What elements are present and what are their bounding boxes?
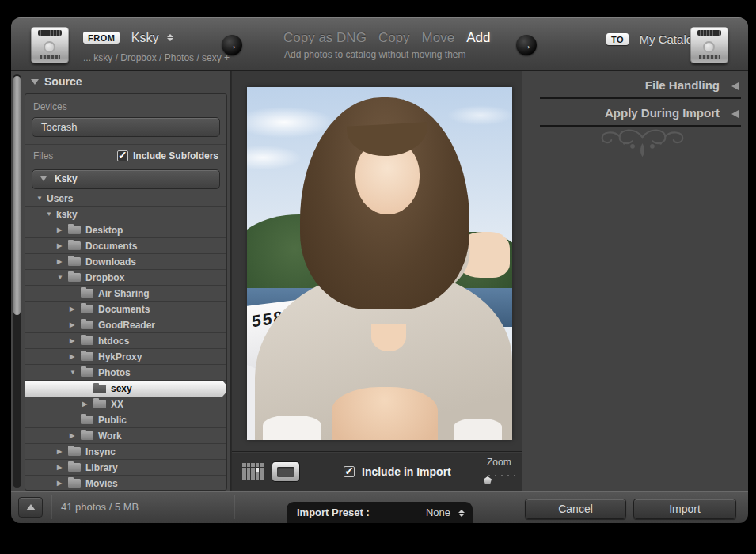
flow-arrow-left-icon: → [222, 35, 242, 55]
tree-item-photos[interactable]: ▼Photos [25, 365, 226, 381]
source-path-breadcrumb[interactable]: ... ksky / Dropbox / Photos / sexy + [83, 52, 230, 63]
flow-arrow-right-icon: → [516, 35, 537, 55]
tree-item-documents[interactable]: ▶Documents [25, 302, 226, 317]
tree-item-label: Photos [98, 365, 131, 381]
expander-icon[interactable]: ▼ [36, 191, 47, 207]
divider [51, 495, 51, 519]
checkbox-icon [117, 150, 128, 161]
flourish-ornament-icon [597, 123, 688, 160]
import-preset-dropdown[interactable]: None [426, 502, 450, 523]
loupe-view-button[interactable] [272, 462, 299, 481]
divider [234, 495, 234, 519]
expander-icon[interactable]: ▶ [57, 460, 67, 476]
cancel-button[interactable]: Cancel [525, 499, 626, 519]
tree-item-label: ksky [56, 207, 78, 222]
source-panel-title[interactable]: Source [24, 71, 230, 93]
include-subfolders-checkbox[interactable]: Include Subfolders [117, 150, 218, 161]
mode-move[interactable]: Move [422, 30, 455, 46]
volume-root-ksky[interactable]: Ksky [32, 169, 220, 189]
tree-item-documents[interactable]: ▶Documents [25, 238, 226, 254]
tree-item-label: Library [85, 460, 118, 476]
include-in-import-checkbox[interactable]: Include in Import [344, 465, 451, 478]
expander-icon[interactable]: ▶ [70, 317, 80, 333]
source-drive-icon [31, 27, 69, 63]
tree-item-public[interactable]: Public [25, 412, 226, 428]
tree-item-htdocs[interactable]: ▶htdocs [25, 333, 226, 349]
tree-item-xx[interactable]: ▶XX [25, 397, 226, 412]
tree-item-label: GoodReader [98, 317, 155, 333]
folder-icon [81, 431, 93, 440]
tree-item-users[interactable]: ▼Users [25, 191, 226, 207]
disclosure-triangle-icon [31, 79, 39, 85]
zoom-label: Zoom [487, 457, 511, 468]
mode-copy-as-dng[interactable]: Copy as DNG [283, 30, 367, 46]
import-preset-panel: Import Preset : None [287, 502, 473, 523]
expander-icon[interactable]: ▶ [70, 349, 80, 365]
mode-add[interactable]: Add [466, 30, 490, 46]
tree-item-movies[interactable]: ▶Movies [25, 476, 226, 490]
expander-icon[interactable]: ▶ [70, 333, 80, 349]
device-item-tocrash[interactable]: Tocrash [32, 117, 220, 137]
zoom-slider-thumb[interactable] [484, 476, 492, 484]
tree-item-label: HykProxy [98, 349, 142, 365]
expander-icon[interactable]: ▶ [57, 444, 67, 460]
section-apply-during-import[interactable]: Apply During Import [522, 106, 748, 123]
tree-item-hykproxy[interactable]: ▶HykProxy [25, 349, 226, 365]
folder-icon [81, 321, 93, 329]
photo-skirt [454, 419, 501, 440]
tree-item-label: sexy [111, 381, 132, 397]
tree-item-label: Downloads [85, 254, 136, 270]
import-preset-label: Import Preset : [297, 502, 370, 523]
tree-item-desktop[interactable]: ▶Desktop [25, 222, 226, 238]
expander-icon[interactable]: ▶ [70, 302, 80, 317]
import-button[interactable]: Import [633, 499, 736, 519]
expander-icon[interactable]: ▶ [70, 428, 80, 444]
left-scrollbar-track[interactable] [13, 74, 21, 488]
folder-icon [81, 368, 93, 377]
tree-item-library[interactable]: ▶Library [25, 460, 226, 476]
tree-item-dropbox[interactable]: ▼Dropbox [25, 270, 226, 286]
expander-icon[interactable]: ▶ [57, 238, 67, 254]
folder-icon [68, 447, 81, 456]
up-triangle-icon [26, 504, 36, 510]
section-file-handling[interactable]: File Handling [522, 78, 748, 95]
collapse-arrow-icon [731, 82, 739, 90]
folder-icon [93, 385, 106, 393]
expander-icon[interactable]: ▶ [57, 476, 67, 491]
tree-item-insync[interactable]: ▶Insync [25, 444, 226, 460]
folder-icon [81, 336, 93, 345]
tree-item-air-sharing[interactable]: Air Sharing [25, 286, 226, 302]
preview-toolbar: Include in Import Zoom [232, 451, 522, 491]
expander-icon[interactable]: ▶ [82, 397, 93, 412]
expander-icon[interactable]: ▼ [57, 270, 67, 286]
zoom-slider[interactable] [484, 472, 520, 484]
tree-item-label: Documents [98, 302, 150, 317]
left-scrollbar-thumb[interactable] [13, 76, 21, 315]
folder-icon [68, 479, 81, 488]
expander-icon[interactable]: ▼ [46, 207, 56, 222]
collapse-panel-button[interactable] [18, 497, 43, 518]
to-destination-selector[interactable]: TO My Catalog [606, 32, 699, 46]
tree-item-work[interactable]: ▶Work [25, 428, 226, 444]
expander-icon[interactable]: ▼ [70, 365, 80, 381]
tree-item-label: Users [47, 191, 73, 207]
tree-item-label: Insync [85, 444, 116, 460]
zoom-slider-ticks [488, 475, 520, 476]
bottom-bar: 41 photos / 5 MB Import Preset : None Ca… [11, 491, 748, 523]
expander-icon[interactable]: ▶ [57, 254, 67, 270]
photo-preview[interactable]: 558 [247, 87, 512, 440]
tree-item-goodreader[interactable]: ▶GoodReader [25, 317, 226, 333]
source-name: Ksky [131, 31, 159, 44]
grid-view-button[interactable] [242, 463, 264, 480]
mode-copy[interactable]: Copy [378, 30, 410, 46]
destination-drive-icon [690, 27, 728, 63]
from-source-selector[interactable]: FROM Ksky [83, 30, 173, 45]
folder-icon [68, 463, 81, 472]
expander-icon[interactable]: ▶ [57, 222, 67, 238]
photo-skin [332, 387, 438, 440]
tree-item-sexy[interactable]: sexy [25, 381, 226, 397]
collapse-arrow-icon [731, 110, 739, 118]
files-label: Files [33, 150, 53, 161]
tree-item-downloads[interactable]: ▶Downloads [25, 254, 226, 270]
tree-item-ksky[interactable]: ▼ksky [25, 207, 226, 222]
